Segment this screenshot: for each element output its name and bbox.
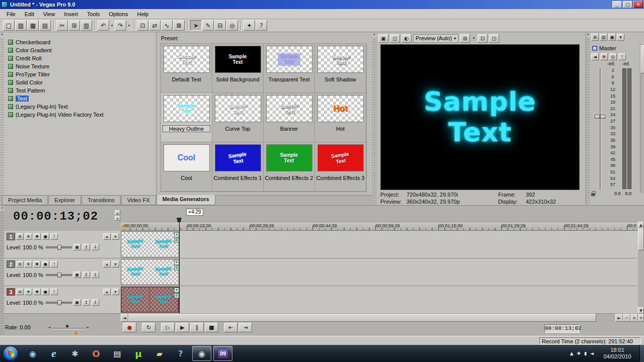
timeline-clip-track2[interactable]: Sample Text Sample Text ✦ ⊞ xyxy=(121,259,179,285)
play-from-start-button[interactable]: ▷ xyxy=(161,323,175,332)
track-header-1[interactable]: 1 ⊞ ✚ ✱ ● ! ▴ ▾ Level: 100.0 % ▣ ↥ ↧ xyxy=(4,231,121,258)
close-panel-icon[interactable]: ✕ xyxy=(0,33,4,37)
mute-output-icon[interactable]: ◄ xyxy=(591,53,599,60)
start-button[interactable] xyxy=(3,346,18,361)
level-slider[interactable] xyxy=(46,274,72,276)
track-motion-icon[interactable]: ⊞ xyxy=(16,289,24,295)
compositing-down-icon[interactable]: ▾ xyxy=(112,261,119,267)
track-lane-1[interactable]: Sample Text Sample Text ✦ ⊞ xyxy=(121,231,638,258)
track-fx-icon[interactable]: ✚ xyxy=(25,261,32,267)
show-desktop-button[interactable] xyxy=(639,345,644,362)
folder-taskbar-icon[interactable]: ▰ xyxy=(150,346,169,361)
generated-media-icon[interactable]: ✦ xyxy=(174,288,179,293)
vegas-pro-taskbar-icon[interactable]: 09 xyxy=(213,346,232,361)
menu-help[interactable]: Help xyxy=(132,10,153,19)
copy-snapshot-icon[interactable]: ⊡ xyxy=(477,34,488,43)
insert-assignable-fx-icon[interactable]: ⊞ xyxy=(591,34,599,41)
menu-options[interactable]: Options xyxy=(105,10,133,19)
pause-button[interactable]: ∥ xyxy=(190,323,204,332)
track-number-badge[interactable]: 1 xyxy=(7,233,15,240)
save-icon[interactable]: ▦ xyxy=(27,20,39,31)
preset-soft-shadow[interactable]: Sample Text Soft Shadow xyxy=(315,44,366,93)
level-slider-thumb[interactable] xyxy=(57,273,61,278)
automation-settings-icon[interactable]: ✱ xyxy=(33,289,41,295)
compositing-down-icon[interactable]: ▾ xyxy=(112,289,119,295)
compositing-down-icon[interactable]: ▾ xyxy=(112,233,119,240)
pan-crop-icon[interactable]: ⊞ xyxy=(174,265,179,270)
scroll-left-icon[interactable]: ◄ xyxy=(121,314,128,322)
network-icon[interactable]: ▮ xyxy=(584,351,587,356)
scrollbar-thumb[interactable] xyxy=(128,314,596,322)
auto-ripple-icon[interactable]: ⇄ xyxy=(149,20,160,31)
composite-mode-icon[interactable]: ▣ xyxy=(73,272,81,278)
generator-item-solid-color[interactable]: Solid Color xyxy=(8,78,156,86)
volume-icon[interactable]: ◄ xyxy=(590,351,594,356)
redo-dropdown-icon[interactable]: ▾ xyxy=(127,20,131,31)
track-fx-icon[interactable]: ✚ xyxy=(25,233,32,240)
master-properties-icon[interactable]: ▣ xyxy=(608,34,616,41)
preset-solid-background[interactable]: Sample Text Solid Background xyxy=(212,44,264,93)
solo-icon[interactable]: ! xyxy=(50,261,58,267)
window-grip[interactable]: ✕ xyxy=(586,32,590,205)
generator-item-color-gradient[interactable]: Color Gradient xyxy=(8,46,156,54)
overlays-dropdown-icon[interactable]: ▾ xyxy=(471,33,476,44)
track-lane-3[interactable]: Sample Text Sample Text ✦ ⊞ xyxy=(121,286,638,314)
preset-cool[interactable]: Cool Cool xyxy=(161,142,212,192)
window-grip[interactable]: ✕ xyxy=(0,32,4,195)
redo-icon[interactable]: ↷ xyxy=(115,20,126,31)
generator-item-legacy-text[interactable]: (Legacy Plug-In) Text xyxy=(8,103,156,111)
automation-settings-icon[interactable]: ✱ xyxy=(33,261,41,267)
scrollbar-track[interactable] xyxy=(596,314,615,322)
composite-mode-icon[interactable]: ▣ xyxy=(73,299,81,306)
compositing-up-icon[interactable]: ▴ xyxy=(103,261,111,267)
timeline-lanes[interactable]: Sample Text Sample Text ✦ ⊞ Sample Text … xyxy=(121,231,638,314)
timeline-clip-track1[interactable]: Sample Text Sample Text ✦ ⊞ xyxy=(121,231,179,257)
timeline-ruler[interactable]: 00:00:00:00 00:00:15:00 00:00:29:29 00:0… xyxy=(121,222,638,231)
internet-explorer-taskbar-icon[interactable]: e xyxy=(44,346,63,361)
mute-icon[interactable]: ● xyxy=(42,289,49,295)
tab-explorer[interactable]: Explorer xyxy=(48,196,81,205)
timecode-spin-up-icon[interactable]: ▴ xyxy=(115,210,120,215)
maximize-button[interactable]: □ xyxy=(623,1,632,8)
close-button[interactable]: ✕ xyxy=(633,1,643,8)
go-to-start-button[interactable]: ⇤ xyxy=(224,323,237,332)
generated-media-icon[interactable]: ✦ xyxy=(174,260,179,265)
solo-icon[interactable]: ! xyxy=(50,289,58,295)
automation-settings-icon[interactable]: ✱ xyxy=(33,233,41,240)
timeline-clip-track3[interactable]: Sample Text Sample Text ✦ ⊞ xyxy=(121,287,179,313)
play-button[interactable]: ▶ xyxy=(176,323,189,332)
window-grip[interactable]: ✕ xyxy=(0,206,4,336)
loop-playback-button[interactable]: ↻ xyxy=(142,323,155,332)
paste-icon[interactable]: ▥ xyxy=(80,20,92,31)
track-number-badge[interactable]: 3 xyxy=(7,288,15,296)
more-options-icon[interactable]: ▾ xyxy=(617,34,624,41)
remove-compositing-child-icon[interactable]: ↧ xyxy=(92,244,99,250)
generator-item-text[interactable]: Text xyxy=(8,95,156,103)
level-slider-thumb[interactable] xyxy=(57,300,61,305)
preset-transparent-text[interactable]: Sample Text Transparent Text xyxy=(264,44,315,93)
lock-fader-icon[interactable] xyxy=(591,193,595,196)
rate-left-icon[interactable]: ◄ xyxy=(48,325,50,329)
save-snapshot-icon[interactable]: ◳ xyxy=(489,34,499,43)
overlays-icon[interactable]: ⊞ xyxy=(460,34,470,43)
composite-mode-icon[interactable]: ▣ xyxy=(73,244,81,250)
envelope-edit-tool-icon[interactable]: ✎ xyxy=(202,20,214,31)
scroll-up-icon[interactable]: ▲ xyxy=(638,222,644,228)
tab-project-media[interactable]: Project Media xyxy=(2,196,48,205)
copy-icon[interactable]: ⊞ xyxy=(68,20,80,31)
preview-quality-dropdown[interactable]: Preview (Auto) ▾ xyxy=(413,34,458,43)
go-to-end-button[interactable]: ⇥ xyxy=(238,323,252,332)
compositing-up-icon[interactable]: ▴ xyxy=(103,233,111,240)
system-tool-taskbar-icon[interactable]: ✱ xyxy=(65,346,85,361)
tab-media-generators[interactable]: Media Generators xyxy=(156,195,215,205)
zoom-edit-tool-icon[interactable]: ◎ xyxy=(226,20,238,31)
close-panel-icon[interactable]: ✕ xyxy=(372,33,376,37)
help-viewer-taskbar-icon[interactable]: ? xyxy=(171,346,190,361)
menu-tools[interactable]: Tools xyxy=(83,10,105,19)
cursor-position-timecode[interactable]: 00:00:13;02 xyxy=(13,210,114,223)
taskbar-clock[interactable]: 18:01 04/02/2010 xyxy=(598,347,637,360)
cut-icon[interactable]: ✂ xyxy=(56,20,68,31)
lock-envelopes-icon[interactable]: ∿ xyxy=(161,20,173,31)
preset-combined-effects-1[interactable]: Sample Text Combined Effects 1 xyxy=(212,142,264,192)
menu-view[interactable]: View xyxy=(39,10,60,19)
